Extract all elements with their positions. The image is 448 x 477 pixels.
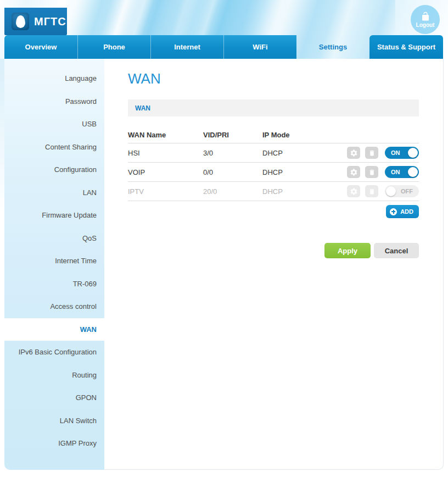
- main-panel: WAN WAN WAN Name VID/PRI IP Mode HSI 3/0…: [104, 59, 444, 470]
- main-nav: Overview Phone Internet WiFi Settings St…: [4, 35, 444, 59]
- col-header-vid-pri: VID/PRI: [203, 131, 262, 139]
- ip-mode: DHCP: [262, 168, 342, 176]
- sidebar-item-content-sharing[interactable]: Content Sharing: [4, 136, 104, 159]
- sidebar-item-internet-time[interactable]: Internet Time: [4, 249, 104, 273]
- toggle-hsi[interactable]: ON: [385, 147, 419, 159]
- sidebar-item-configuration[interactable]: Configuration: [4, 158, 104, 181]
- tab-wifi[interactable]: WiFi: [223, 35, 296, 59]
- edit-iptv-button[interactable]: [347, 185, 360, 197]
- table-row-hsi: HSI 3/0 DHCP ON: [128, 143, 419, 163]
- content: Language Password USB Content Sharing Co…: [4, 59, 444, 470]
- col-header-ip-mode: IP Mode: [262, 131, 419, 139]
- tab-overview[interactable]: Overview: [4, 35, 77, 59]
- logout-label: Logout: [416, 22, 435, 28]
- add-button-label: ADD: [400, 208, 413, 215]
- tab-settings[interactable]: Settings: [296, 35, 369, 59]
- brand-name: МГТС: [34, 15, 66, 28]
- logout-button[interactable]: Logout: [411, 5, 440, 34]
- table-row-voip: VOIP 0/0 DHCP ON: [128, 163, 419, 182]
- cancel-button[interactable]: Cancel: [374, 243, 419, 258]
- toggle-state-label: ON: [391, 169, 400, 175]
- wan-name: IPTV: [128, 187, 203, 196]
- sidebar-item-usb[interactable]: USB: [4, 113, 104, 136]
- trash-icon: [368, 188, 376, 195]
- header: МГТС Logout: [0, 0, 448, 35]
- toggle-knob: [386, 186, 396, 196]
- wan-name: HSI: [128, 149, 203, 157]
- sidebar-item-routing[interactable]: Routing: [4, 364, 104, 387]
- page-title: WAN: [128, 71, 419, 86]
- delete-voip-button[interactable]: [365, 166, 378, 178]
- toggle-knob: [408, 148, 418, 158]
- sidebar-item-access-control[interactable]: Access control: [4, 295, 104, 318]
- sidebar-item-firmware-update[interactable]: Firmware Update: [4, 204, 104, 227]
- vid-pri: 3/0: [203, 149, 262, 157]
- tab-status-support[interactable]: Status & Support: [369, 35, 443, 59]
- apply-button[interactable]: Apply: [324, 243, 371, 258]
- col-header-wan-name: WAN Name: [128, 131, 203, 139]
- sidebar-item-wan[interactable]: WAN: [4, 318, 104, 341]
- wan-table: WAN Name VID/PRI IP Mode HSI 3/0 DHCP: [128, 127, 419, 201]
- edit-voip-button[interactable]: [347, 166, 360, 178]
- trash-icon: [368, 149, 376, 157]
- sidebar-item-ipv6-basic-configuration[interactable]: IPv6 Basic Configuration: [4, 341, 104, 364]
- table-row-iptv: IPTV 20/0 DHCP OFF: [128, 182, 419, 201]
- gear-icon: [350, 168, 358, 176]
- toggle-iptv[interactable]: OFF: [385, 185, 419, 197]
- brand-logo[interactable]: МГТС: [4, 8, 67, 35]
- delete-hsi-button[interactable]: [365, 147, 378, 159]
- gear-icon: [350, 187, 358, 196]
- section-header: WAN: [128, 99, 419, 117]
- vid-pri: 20/0: [203, 187, 262, 196]
- plus-icon: [390, 208, 397, 215]
- sidebar-item-igmp-proxy[interactable]: IGMP Proxy: [4, 432, 104, 455]
- sidebar-item-lan[interactable]: LAN: [4, 181, 104, 204]
- tab-internet[interactable]: Internet: [150, 35, 223, 59]
- sidebar-item-language[interactable]: Language: [4, 67, 104, 90]
- sidebar-item-password[interactable]: Password: [4, 90, 104, 113]
- tab-phone[interactable]: Phone: [77, 35, 150, 59]
- sidebar-item-qos[interactable]: QoS: [4, 227, 104, 250]
- wan-name: VOIP: [128, 168, 203, 176]
- settings-sidebar: Language Password USB Content Sharing Co…: [4, 59, 104, 470]
- nav-tab-group: Overview Phone Internet WiFi: [4, 35, 296, 59]
- gear-icon: [350, 149, 358, 157]
- ip-mode: DHCP: [262, 187, 342, 196]
- table-header-row: WAN Name VID/PRI IP Mode: [128, 127, 419, 143]
- toggle-knob: [408, 167, 418, 177]
- section-title: WAN: [135, 104, 150, 112]
- sidebar-item-lan-switch[interactable]: LAN Switch: [4, 409, 104, 432]
- delete-iptv-button[interactable]: [365, 185, 378, 197]
- edit-hsi-button[interactable]: [347, 147, 360, 159]
- sidebar-item-gpon[interactable]: GPON: [4, 386, 104, 409]
- toggle-state-label: ON: [391, 149, 400, 156]
- sidebar-item-tr069[interactable]: TR-069: [4, 273, 104, 296]
- left-edge-fade: [0, 59, 4, 213]
- vid-pri: 0/0: [203, 168, 262, 176]
- toggle-voip[interactable]: ON: [385, 166, 419, 178]
- ip-mode: DHCP: [262, 149, 342, 157]
- add-wan-button[interactable]: ADD: [386, 205, 419, 218]
- toggle-state-label: OFF: [401, 188, 413, 195]
- egg-logo-icon: [12, 13, 29, 30]
- trash-icon: [368, 169, 376, 176]
- lock-open-icon: [421, 12, 430, 21]
